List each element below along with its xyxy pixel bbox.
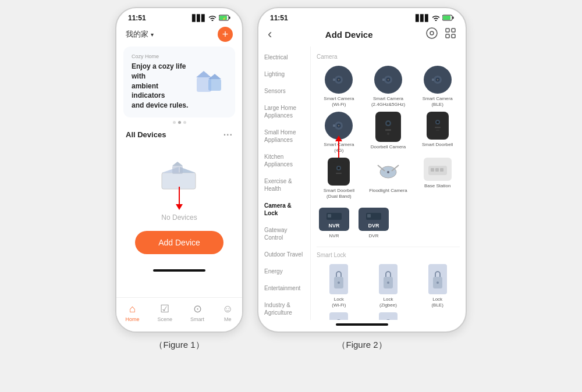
nav-me[interactable]: ☺ Me xyxy=(222,303,233,322)
device-smart-doorbell[interactable]: Smart Doorbell xyxy=(415,112,460,153)
svg-point-66 xyxy=(338,281,340,284)
add-device-title: Add Device xyxy=(325,30,373,40)
device-smart-camera-ble[interactable]: Smart Camera(BLE) xyxy=(415,66,460,107)
sidebar-item-exercise[interactable]: Exercise & Health xyxy=(258,173,310,197)
smart-camera-ble-label: Smart Camera(BLE) xyxy=(423,96,453,107)
svg-marker-7 xyxy=(208,74,221,79)
smart-doorbell-dual-label: Smart Doorbell(Dual Band) xyxy=(324,188,354,199)
fig2-body: Electrical Lighting Sensors Large Home A… xyxy=(258,47,466,320)
smart-camera-dual-label: Smart Camera(2.4GHz&5GHz) xyxy=(371,96,405,107)
device-smart-camera-dual[interactable]: Smart Camera(2.4GHz&5GHz) xyxy=(366,66,411,107)
bottom-nav: ⌂ Home ☑ Scene ⊙ Smart ☺ Me xyxy=(116,297,242,332)
no-devices-area: No Devices Add Device xyxy=(116,142,242,266)
lock-device-grid: Lock(Wi-Fi) Lock(Zigbee) xyxy=(317,264,460,320)
fig1-header: 我的家 ▾ + xyxy=(116,24,242,47)
sidebar-item-sensors[interactable]: Sensors xyxy=(258,83,310,99)
base-station-icon xyxy=(424,158,452,181)
empty-box-icon xyxy=(156,154,203,189)
status-bar-fig2: 11:51 ▋▋▋ xyxy=(258,8,466,24)
qr-scan-icon[interactable] xyxy=(426,27,438,41)
sidebar-item-large-home[interactable]: Large Home Appliances xyxy=(258,99,310,124)
nav-home[interactable]: ⌂ Home xyxy=(126,303,140,322)
svg-point-17 xyxy=(430,31,434,35)
device-doorbell-camera[interactable]: Doorbell Camera xyxy=(366,112,411,153)
lock-zigbee-label: Lock(Zigbee) xyxy=(379,297,397,308)
device-nvr[interactable]: NVR NVR xyxy=(319,208,349,239)
sidebar-item-electrical[interactable]: Electrical xyxy=(258,49,310,66)
section-divider xyxy=(317,247,460,247)
sidebar-item-camera-lock[interactable]: Camera & Lock xyxy=(258,197,310,222)
dot-2 xyxy=(178,121,181,124)
status-icons-fig2: ▋▋▋ xyxy=(416,15,454,22)
figure2-label: （Figure 2） xyxy=(337,340,386,351)
svg-point-70 xyxy=(436,281,439,284)
svg-marker-5 xyxy=(196,71,211,77)
sidebar-item-lighting[interactable]: Lighting xyxy=(258,66,310,83)
device-lock-zigbee[interactable]: Lock(Zigbee) xyxy=(366,264,411,308)
lock-wifi-icon xyxy=(329,264,348,294)
sidebar-item-small-home[interactable]: Small Home Appliances xyxy=(258,124,310,148)
doorbell-camera-label: Doorbell Camera xyxy=(371,144,406,150)
smart-nav-icon: ⊙ xyxy=(193,302,202,315)
svg-point-24 xyxy=(338,79,340,81)
device-floodlight-camera[interactable]: Floodlight Camera xyxy=(366,158,411,199)
nav-smart[interactable]: ⊙ Smart xyxy=(190,302,204,322)
sidebar-item-entertainment[interactable]: Entertainment xyxy=(258,280,310,297)
svg-point-68 xyxy=(387,281,389,284)
sidebar-item-kitchen[interactable]: Kitchen Appliances xyxy=(258,148,310,173)
category-sidebar: Electrical Lighting Sensors Large Home A… xyxy=(258,47,311,320)
sidebar-item-energy[interactable]: Energy xyxy=(258,263,310,280)
svg-point-28 xyxy=(387,79,389,81)
banner-text: Cozy Home Enjoy a cozy life withambient … xyxy=(132,54,192,111)
floodlight-camera-label: Floodlight Camera xyxy=(369,188,407,194)
device-smart-camera-wifi[interactable]: Smart Camera(Wi-Fi) xyxy=(317,66,361,107)
svg-rect-59 xyxy=(435,168,439,172)
device-lock-ble[interactable]: Lock(BLE) xyxy=(415,264,460,308)
banner-title: Enjoy a cozy life withambient indicators… xyxy=(132,62,192,111)
fig2-nav-header: ‹ Add Device xyxy=(258,24,466,47)
battery-icon-f2 xyxy=(442,15,454,22)
svg-text:⚡: ⚡ xyxy=(222,16,226,20)
figure1-container: 11:51 ▋▋▋ ⚡ 我的家 ▾ + xyxy=(115,7,243,351)
svg-rect-14 xyxy=(443,16,450,20)
camera-section-title: Camera xyxy=(317,54,460,60)
device-dvr[interactable]: DVR DVR xyxy=(359,208,389,239)
svg-point-50 xyxy=(338,167,340,169)
svg-rect-11 xyxy=(172,166,183,174)
device-smart-doorbell-dual[interactable]: Smart Doorbell(Dual Band) xyxy=(317,158,361,199)
nav-smart-label: Smart xyxy=(190,316,204,322)
device-lock-wifi[interactable]: Lock(Wi-Fi) xyxy=(317,264,361,308)
sidebar-item-outdoor[interactable]: Outdoor Travel xyxy=(258,246,310,263)
svg-marker-12 xyxy=(172,162,183,166)
back-button[interactable]: ‹ xyxy=(268,27,272,42)
signal-icon-f2: ▋▋▋ xyxy=(416,15,430,22)
banner-small-label: Cozy Home xyxy=(132,54,192,59)
expand-icon[interactable] xyxy=(445,27,456,41)
device-list-main: Camera Smart Camera(Wi-Fi) xyxy=(311,47,466,320)
status-icons-fig1: ▋▋▋ ⚡ xyxy=(192,15,230,22)
dvr-icon: DVR xyxy=(359,208,389,231)
more-options-button[interactable]: ··· xyxy=(223,130,233,140)
svg-rect-43 xyxy=(432,116,443,135)
device-lock-nbiot[interactable]: Lock(NB-IoT) xyxy=(317,312,361,320)
add-home-button[interactable]: + xyxy=(218,27,233,42)
home-title[interactable]: 我的家 ▾ xyxy=(126,29,154,40)
svg-rect-46 xyxy=(435,127,441,128)
smart-lock-section-title: Smart Lock xyxy=(317,252,460,258)
svg-rect-20 xyxy=(452,34,455,38)
scene-nav-icon: ☑ xyxy=(160,302,169,315)
nav-home-label: Home xyxy=(126,316,140,322)
svg-rect-58 xyxy=(431,168,434,172)
home-indicator-fig2 xyxy=(336,323,388,326)
svg-point-16 xyxy=(427,28,437,38)
sidebar-item-industry[interactable]: Industry & Agriculture xyxy=(258,297,310,320)
no-devices-text: No Devices xyxy=(161,213,197,222)
device-lock-4g[interactable]: Lock(4G) xyxy=(366,312,411,320)
svg-point-42 xyxy=(387,133,389,135)
nav-scene[interactable]: ☑ Scene xyxy=(158,302,173,322)
add-device-button[interactable]: Add Device xyxy=(135,231,223,254)
sidebar-item-gateway[interactable]: Gateway Control xyxy=(258,222,310,246)
lock-ble-label: Lock(BLE) xyxy=(431,297,443,308)
device-base-station[interactable]: Base Station xyxy=(415,158,460,199)
lock-nbiot-icon xyxy=(329,312,348,320)
